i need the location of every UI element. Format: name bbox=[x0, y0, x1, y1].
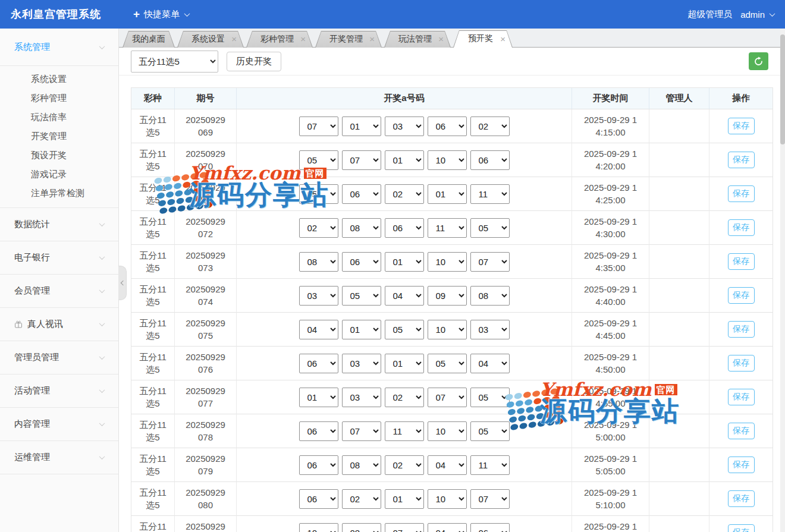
close-icon[interactable]: × bbox=[500, 34, 505, 43]
sidebar-collapse-handle[interactable] bbox=[118, 266, 127, 300]
draw-number-select[interactable]: 06 bbox=[299, 354, 338, 373]
tab[interactable]: 彩种管理× bbox=[246, 31, 313, 48]
draw-number-select[interactable]: 05 bbox=[299, 184, 338, 204]
tab[interactable]: 玩法管理× bbox=[384, 31, 451, 48]
draw-number-select[interactable]: 02 bbox=[385, 455, 424, 475]
draw-number-select[interactable]: 05 bbox=[428, 354, 467, 373]
draw-number-select[interactable]: 03 bbox=[385, 117, 424, 136]
draw-number-select[interactable]: 02 bbox=[299, 218, 338, 238]
draw-number-select[interactable]: 07 bbox=[470, 489, 510, 509]
save-button[interactable]: 保存 bbox=[728, 118, 755, 134]
save-button[interactable]: 保存 bbox=[728, 219, 755, 236]
draw-number-select[interactable]: 07 bbox=[342, 150, 381, 170]
scrollbar-thumb[interactable] bbox=[780, 34, 785, 144]
draw-number-select[interactable]: 11 bbox=[385, 421, 424, 441]
draw-number-select[interactable]: 01 bbox=[342, 320, 381, 339]
sidebar-subitem[interactable]: 预设开奖 bbox=[0, 146, 118, 165]
sidebar-subitem[interactable]: 开奖管理 bbox=[0, 127, 118, 146]
sidebar-subitem[interactable]: 游戏记录 bbox=[0, 165, 118, 184]
draw-number-select[interactable]: 01 bbox=[385, 489, 424, 509]
draw-number-select[interactable]: 03 bbox=[342, 354, 381, 373]
draw-number-select[interactable]: 06 bbox=[299, 455, 338, 475]
sidebar-section[interactable]: 电子银行 bbox=[0, 241, 118, 274]
draw-number-select[interactable]: 06 bbox=[299, 489, 338, 509]
draw-number-select[interactable]: 02 bbox=[385, 388, 424, 407]
draw-number-select[interactable]: 04 bbox=[470, 354, 510, 373]
tab[interactable]: 我的桌面 bbox=[123, 31, 175, 48]
save-button[interactable]: 保存 bbox=[728, 457, 755, 473]
draw-number-select[interactable]: 01 bbox=[385, 354, 424, 373]
draw-number-select[interactable]: 07 bbox=[299, 117, 338, 136]
save-button[interactable]: 保存 bbox=[728, 389, 755, 405]
save-button[interactable]: 保存 bbox=[728, 253, 755, 270]
draw-number-select[interactable]: 02 bbox=[385, 184, 424, 204]
draw-number-select[interactable]: 01 bbox=[385, 150, 424, 170]
draw-number-select[interactable]: 08 bbox=[342, 523, 381, 532]
draw-number-select[interactable]: 05 bbox=[299, 150, 338, 170]
close-icon[interactable]: × bbox=[369, 34, 375, 43]
draw-number-select[interactable]: 04 bbox=[428, 523, 467, 532]
draw-number-select[interactable]: 06 bbox=[342, 252, 381, 272]
save-button[interactable]: 保存 bbox=[728, 355, 755, 372]
draw-number-select[interactable]: 10 bbox=[428, 489, 467, 509]
sidebar-section[interactable]: 活动管理 bbox=[0, 374, 118, 407]
save-button[interactable]: 保存 bbox=[728, 490, 755, 507]
draw-number-select[interactable]: 01 bbox=[342, 117, 381, 136]
draw-number-select[interactable]: 04 bbox=[299, 320, 338, 339]
draw-number-select[interactable]: 03 bbox=[342, 388, 381, 407]
draw-number-select[interactable]: 07 bbox=[342, 421, 381, 441]
draw-number-select[interactable]: 05 bbox=[470, 421, 510, 441]
save-button[interactable]: 保存 bbox=[728, 321, 755, 338]
history-draw-button[interactable]: 历史开奖 bbox=[227, 52, 281, 71]
sidebar-subitem[interactable]: 系统设置 bbox=[0, 70, 118, 89]
draw-number-select[interactable]: 08 bbox=[342, 455, 381, 475]
sidebar-subitem[interactable]: 注单异常检测 bbox=[0, 184, 118, 203]
draw-number-select[interactable]: 05 bbox=[342, 286, 381, 306]
draw-number-select[interactable]: 06 bbox=[428, 117, 467, 136]
close-icon[interactable]: × bbox=[300, 34, 306, 43]
sidebar-section[interactable]: 真人视讯 bbox=[0, 307, 118, 341]
sidebar-section[interactable]: 内容管理 bbox=[0, 407, 118, 440]
draw-number-select[interactable]: 08 bbox=[470, 286, 510, 306]
tab[interactable]: 系统设置× bbox=[177, 31, 244, 48]
draw-number-select[interactable]: 08 bbox=[299, 252, 338, 272]
draw-number-select[interactable]: 01 bbox=[385, 252, 424, 272]
save-button[interactable]: 保存 bbox=[728, 185, 755, 202]
draw-number-select[interactable]: 04 bbox=[385, 286, 424, 306]
draw-number-select[interactable]: 03 bbox=[470, 320, 510, 339]
draw-number-select[interactable]: 01 bbox=[299, 388, 338, 407]
quick-menu-dropdown[interactable]: + 快捷菜单 bbox=[133, 8, 189, 21]
refresh-button[interactable] bbox=[749, 52, 768, 70]
sidebar-subitem[interactable]: 彩种管理 bbox=[0, 89, 118, 108]
draw-number-select[interactable]: 06 bbox=[385, 218, 424, 238]
draw-number-select[interactable]: 05 bbox=[470, 218, 510, 238]
draw-number-select[interactable]: 06 bbox=[299, 421, 338, 441]
save-button[interactable]: 保存 bbox=[728, 524, 755, 532]
save-button[interactable]: 保存 bbox=[728, 152, 755, 168]
draw-number-select[interactable]: 06 bbox=[470, 523, 510, 532]
draw-number-select[interactable]: 09 bbox=[428, 286, 467, 306]
sidebar-section[interactable]: 运维管理 bbox=[0, 440, 118, 474]
draw-number-select[interactable]: 06 bbox=[470, 150, 510, 170]
draw-number-select[interactable]: 10 bbox=[428, 150, 467, 170]
draw-number-select[interactable]: 03 bbox=[299, 286, 338, 306]
draw-number-select[interactable]: 02 bbox=[470, 117, 510, 136]
sidebar-section[interactable]: 会员管理 bbox=[0, 274, 118, 307]
tab[interactable]: 开奖管理× bbox=[315, 31, 382, 48]
draw-number-select[interactable]: 07 bbox=[428, 388, 467, 407]
sidebar-section[interactable]: 数据统计 bbox=[0, 207, 118, 241]
sidebar-section-active[interactable]: 系统管理 bbox=[0, 29, 118, 65]
draw-number-select[interactable]: 08 bbox=[342, 218, 381, 238]
save-button[interactable]: 保存 bbox=[728, 423, 755, 439]
draw-number-select[interactable]: 07 bbox=[470, 252, 510, 272]
tab[interactable]: 预开奖× bbox=[453, 30, 513, 48]
sidebar-subitem[interactable]: 玩法倍率 bbox=[0, 108, 118, 127]
draw-number-select[interactable]: 07 bbox=[385, 523, 424, 532]
draw-number-select[interactable]: 01 bbox=[428, 184, 467, 204]
lottery-type-select[interactable]: 五分11选5 bbox=[131, 51, 218, 73]
draw-number-select[interactable]: 10 bbox=[428, 252, 467, 272]
user-menu[interactable]: admin bbox=[740, 10, 774, 20]
sidebar-section[interactable]: 管理员管理 bbox=[0, 341, 118, 374]
draw-number-select[interactable]: 11 bbox=[428, 218, 467, 238]
draw-number-select[interactable]: 04 bbox=[428, 455, 467, 475]
